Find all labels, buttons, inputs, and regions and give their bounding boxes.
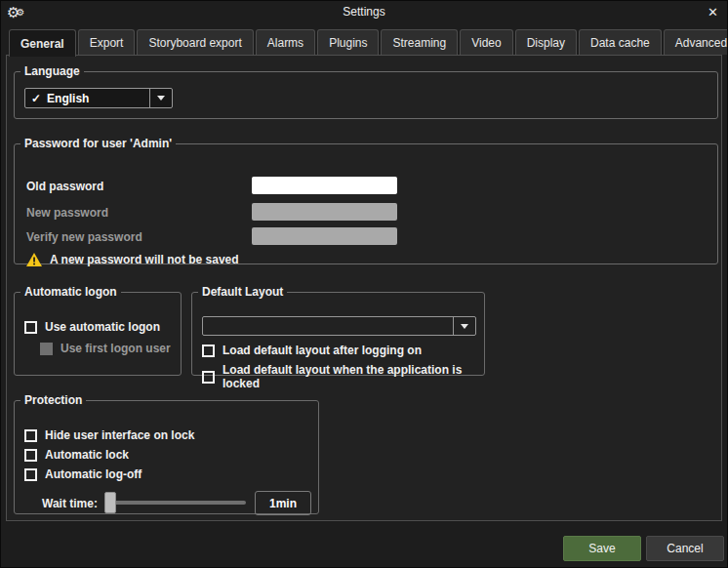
use-automatic-logon-label: Use automatic logon: [45, 320, 160, 334]
language-dropdown[interactable]: ✓ English: [24, 88, 173, 108]
load-default-layout-after-logon-checkbox[interactable]: Load default layout after logging on: [202, 344, 422, 357]
chevron-down-icon: [461, 324, 468, 329]
password-warning: A new password will not be saved: [26, 253, 239, 266]
load-default-layout-when-locked-label: Load default layout when the application…: [222, 363, 484, 390]
automatic-lock-checkbox[interactable]: Automatic lock: [24, 448, 129, 462]
use-first-logon-user-label: Use first logon user: [61, 342, 171, 355]
protection-legend: Protection: [20, 393, 86, 407]
tab-advanced[interactable]: Advanced: [664, 29, 728, 55]
save-button[interactable]: Save: [563, 536, 641, 561]
checkbox-icon[interactable]: [24, 449, 37, 462]
wait-time-slider-handle[interactable]: [104, 492, 116, 513]
password-group-legend: Password for user 'Admin': [20, 137, 176, 150]
tab-general[interactable]: General: [9, 29, 76, 57]
checkbox-icon[interactable]: [24, 429, 37, 442]
tab-storyboard-export[interactable]: Storyboard export: [137, 29, 253, 55]
tab-data-cache[interactable]: Data cache: [579, 29, 662, 55]
automatic-logon-group: Automatic logon Use automatic logon Use …: [14, 285, 182, 376]
close-icon[interactable]: ✕: [708, 4, 718, 21]
language-dropdown-arrow[interactable]: [149, 89, 172, 107]
load-default-layout-after-logon-label: Load default layout after logging on: [222, 344, 422, 357]
cancel-button[interactable]: Cancel: [646, 536, 724, 561]
checkbox-icon[interactable]: [24, 468, 37, 481]
selected-check-icon: ✓: [31, 92, 41, 105]
use-first-logon-user-checkbox: Use first logon user: [40, 342, 171, 355]
language-group: Language ✓ English: [14, 64, 718, 119]
warning-icon: [26, 253, 42, 266]
settings-tab-bar: General Export Storyboard export Alarms …: [9, 29, 728, 56]
wait-time-slider-track[interactable]: [107, 501, 246, 505]
new-password-label: New password: [26, 206, 108, 220]
checkbox-icon[interactable]: [202, 345, 215, 357]
default-layout-dropdown-arrow[interactable]: [453, 317, 475, 335]
tab-alarms[interactable]: Alarms: [256, 29, 315, 55]
checkbox-icon[interactable]: [24, 321, 37, 334]
title-bar: ⚙⚙ Settings ✕: [1, 1, 727, 25]
verify-password-input: [252, 227, 397, 245]
automatic-logoff-label: Automatic log-off: [45, 467, 142, 481]
hide-ui-on-lock-checkbox[interactable]: Hide user interface on lock: [24, 428, 194, 442]
automatic-logon-legend: Automatic logon: [20, 285, 121, 299]
window-title: Settings: [1, 5, 727, 19]
default-layout-legend: Default Layout: [198, 285, 287, 299]
settings-window: ⚙⚙ Settings ✕ General Export Storyboard …: [0, 0, 728, 568]
protection-group: Protection Hide user interface on lock A…: [14, 393, 319, 514]
verify-password-label: Verify new password: [26, 230, 142, 244]
chevron-down-icon: [157, 96, 165, 101]
warning-text: A new password will not be saved: [50, 253, 239, 266]
password-group: Password for user 'Admin' Old password N…: [14, 137, 718, 264]
default-layout-dropdown[interactable]: [202, 316, 476, 336]
wait-time-label: Wait time:: [42, 497, 98, 510]
old-password-label: Old password: [26, 180, 103, 193]
hide-ui-on-lock-label: Hide user interface on lock: [45, 428, 194, 442]
tab-video[interactable]: Video: [460, 29, 512, 55]
language-group-legend: Language: [20, 64, 84, 78]
new-password-input: [252, 203, 397, 221]
automatic-logoff-checkbox[interactable]: Automatic log-off: [24, 467, 142, 481]
language-selected-value: English: [47, 92, 89, 105]
general-tab-panel: Language ✓ English Password for user 'Ad…: [6, 55, 722, 521]
old-password-input[interactable]: [252, 177, 397, 194]
tab-streaming[interactable]: Streaming: [381, 29, 458, 55]
tab-display[interactable]: Display: [515, 29, 577, 55]
automatic-lock-label: Automatic lock: [45, 448, 129, 462]
load-default-layout-when-locked-checkbox[interactable]: Load default layout when the application…: [202, 363, 484, 390]
tab-export[interactable]: Export: [78, 29, 136, 55]
default-layout-selected-value: [203, 317, 453, 335]
use-automatic-logon-checkbox[interactable]: Use automatic logon: [24, 320, 160, 334]
checkbox-icon[interactable]: [202, 371, 215, 384]
checkbox-icon: [40, 343, 53, 355]
default-layout-group: Default Layout Load default layout after…: [191, 285, 485, 376]
wait-time-value[interactable]: 1min: [255, 491, 311, 515]
tab-plugins[interactable]: Plugins: [317, 29, 379, 55]
